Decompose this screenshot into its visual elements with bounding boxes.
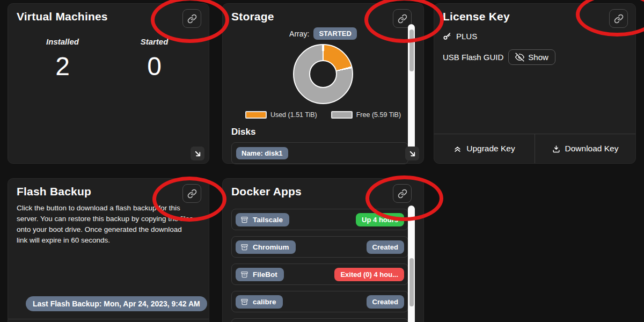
download-key-label: Download Key bbox=[565, 144, 619, 153]
scrollbar-track[interactable] bbox=[408, 206, 415, 322]
vm-stat-label: Installed bbox=[17, 37, 108, 46]
resize-arrow-icon bbox=[408, 150, 416, 158]
flash-backup-panel: Flash Backup Click the button to downloa… bbox=[8, 178, 209, 322]
license-key-title: License Key bbox=[443, 10, 627, 23]
vm-stat-value: 2 bbox=[17, 52, 108, 81]
scrollbar-track[interactable] bbox=[408, 24, 415, 160]
docker-app-row[interactable]: calibre Created bbox=[231, 291, 408, 312]
angles-up-icon bbox=[453, 145, 462, 153]
legend-item: Free (5.59 TiB) bbox=[331, 111, 401, 119]
docker-app-name-badge[interactable]: Chromium bbox=[236, 240, 296, 254]
show-button-label: Show bbox=[528, 53, 548, 62]
storage-legend: Used (1.51 TiB) Free (5.59 TiB) bbox=[231, 111, 415, 119]
link-icon bbox=[614, 14, 624, 24]
docker-apps-title: Docker Apps bbox=[231, 185, 415, 198]
disks-heading: Disks bbox=[231, 127, 415, 137]
vm-stat-value: 0 bbox=[108, 52, 200, 81]
download-key-button[interactable]: Download Key bbox=[535, 134, 635, 163]
legend-label: Free (5.59 TiB) bbox=[356, 111, 401, 119]
archive-box-icon bbox=[240, 216, 248, 224]
virtual-machines-title: Virtual Machines bbox=[17, 10, 200, 23]
guid-row: USB Flash GUID Show bbox=[443, 49, 627, 65]
link-icon[interactable] bbox=[182, 9, 201, 28]
link-icon bbox=[187, 189, 197, 199]
docker-app-status-badge: Created bbox=[367, 240, 404, 254]
docker-app-name: Chromium bbox=[253, 243, 289, 251]
docker-app-name-badge[interactable]: FileBot bbox=[236, 268, 284, 281]
link-icon bbox=[398, 14, 407, 24]
docker-app-row[interactable]: Chromium Created bbox=[231, 236, 408, 258]
resize-handle[interactable] bbox=[405, 147, 419, 160]
docker-app-status-badge: Up 4 hours bbox=[356, 213, 404, 226]
docker-app-name-badge[interactable]: Tailscale bbox=[236, 213, 289, 226]
license-footer: Upgrade Key Download Key bbox=[434, 134, 635, 163]
vm-stats: Installed 2 Started 0 bbox=[17, 35, 200, 89]
flash-backup-title: Flash Backup bbox=[17, 185, 200, 198]
docker-app-name: FileBot bbox=[253, 270, 277, 279]
link-icon[interactable] bbox=[609, 9, 628, 28]
archive-box-icon bbox=[240, 298, 248, 306]
disk-name-badge[interactable]: Name: disk1 bbox=[236, 147, 288, 159]
docker-app-name-badge[interactable]: calibre bbox=[236, 295, 283, 309]
array-status-badge: STARTED bbox=[313, 27, 356, 40]
license-tier-label: PLUS bbox=[456, 32, 477, 41]
storage-panel: Storage Array: STARTED Used (1.51 TiB) F… bbox=[222, 3, 424, 164]
last-flash-backup-badge: Last Flash Backup: Mon, Apr 24, 2023, 9:… bbox=[26, 296, 207, 311]
show-guid-button[interactable]: Show bbox=[508, 49, 555, 65]
docker-app-status-badge: Exited (0) 4 hou... bbox=[334, 268, 404, 281]
link-icon[interactable] bbox=[393, 184, 412, 203]
storage-title: Storage bbox=[231, 10, 415, 23]
legend-label: Used (1.51 TiB) bbox=[270, 111, 317, 119]
docker-apps-panel: Docker Apps Tailscale Up 4 hours bbox=[222, 178, 424, 322]
vm-stat-column: Installed 2 bbox=[17, 35, 108, 89]
flash-backup-description: Click the button to download a flash bac… bbox=[17, 203, 194, 246]
legend-item: Used (1.51 TiB) bbox=[245, 111, 317, 119]
docker-app-status-badge: Created bbox=[367, 295, 404, 309]
upgrade-key-label: Upgrade Key bbox=[466, 144, 515, 153]
eye-off-icon bbox=[515, 53, 524, 62]
docker-app-name: calibre bbox=[253, 298, 276, 306]
legend-swatch bbox=[331, 111, 353, 119]
resize-handle[interactable] bbox=[191, 147, 204, 160]
vm-stat-label: Started bbox=[108, 37, 200, 46]
resize-arrow-icon bbox=[194, 150, 202, 158]
download-icon bbox=[552, 145, 560, 153]
link-icon[interactable] bbox=[182, 184, 201, 203]
docker-app-row[interactable]: FileBot Exited (0) 4 hou... bbox=[231, 264, 408, 285]
vm-stat-column: Started 0 bbox=[108, 35, 200, 89]
docker-app-list: Tailscale Up 4 hours Chromium Created bbox=[231, 209, 408, 312]
archive-box-icon bbox=[240, 243, 248, 251]
disk-row[interactable]: Name: disk1 bbox=[231, 142, 408, 164]
guid-label: USB Flash GUID bbox=[443, 53, 503, 62]
array-status-row: Array: STARTED bbox=[231, 27, 415, 40]
array-label: Array: bbox=[289, 30, 309, 38]
link-icon bbox=[398, 189, 407, 199]
legend-swatch bbox=[245, 111, 267, 119]
donut-hole bbox=[309, 60, 337, 88]
license-key-panel: License Key PLUS USB Flash GUID Show Upg… bbox=[434, 3, 636, 164]
key-icon bbox=[443, 32, 451, 41]
docker-app-name: Tailscale bbox=[253, 216, 283, 224]
virtual-machines-panel: Virtual Machines Installed 2 Started 0 bbox=[8, 3, 209, 164]
link-icon bbox=[187, 14, 197, 24]
docker-app-row[interactable]: Tailscale Up 4 hours bbox=[231, 209, 408, 230]
license-tier-row: PLUS bbox=[443, 32, 627, 41]
archive-box-icon bbox=[240, 270, 248, 279]
docker-app-row-partial[interactable] bbox=[231, 318, 408, 322]
flash-footer-divider bbox=[8, 319, 209, 319]
scrollbar-thumb[interactable] bbox=[409, 258, 414, 306]
scrollbar-thumb[interactable] bbox=[409, 30, 414, 71]
upgrade-key-button[interactable]: Upgrade Key bbox=[434, 134, 535, 163]
storage-donut-chart bbox=[293, 44, 353, 104]
